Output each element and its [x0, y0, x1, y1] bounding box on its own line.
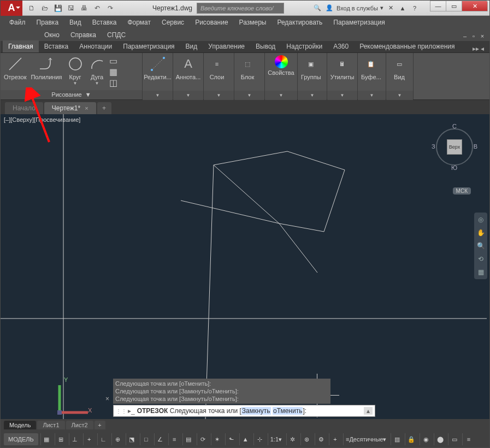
panel-draw-title[interactable]: Рисование ▼	[1, 90, 142, 99]
orbit-icon[interactable]: ⟲	[476, 254, 486, 264]
tab-model[interactable]: Модель	[4, 421, 36, 429]
close-tab-icon[interactable]: ×	[85, 102, 88, 114]
3dosnap-icon[interactable]: ✶	[211, 433, 223, 445]
new-tab-button[interactable]: +	[97, 102, 111, 114]
ribbon-more[interactable]: ▸▸ ◂	[469, 45, 487, 52]
circle-button[interactable]: Круг▼	[64, 54, 86, 89]
menu-modify[interactable]: Редактировать	[271, 17, 328, 28]
transparency-icon[interactable]: ▤	[182, 433, 194, 445]
tab-output[interactable]: Вывод	[250, 40, 281, 52]
isodraft-icon[interactable]: ⬔	[126, 433, 138, 445]
viewcube[interactable]: Верх С Ю В З	[433, 125, 476, 169]
polar-icon[interactable]: ⊕	[111, 433, 123, 445]
region-icon[interactable]: ◫	[109, 78, 121, 87]
layers-button[interactable]: ≡Слои	[205, 54, 229, 89]
mdi-restore[interactable]: ▫	[470, 32, 477, 40]
panel-modify-expand[interactable]: ▼	[143, 91, 173, 100]
tab-start[interactable]: Начало	[5, 102, 43, 114]
lockui-icon[interactable]: 🔒	[405, 433, 417, 445]
new-icon[interactable]: 🗋	[26, 2, 38, 14]
user-icon[interactable]: 👤	[324, 3, 334, 13]
tab-layout2[interactable]: Лист2	[66, 421, 93, 429]
arc-button[interactable]: Дуга▼	[86, 54, 108, 89]
quickprops-icon[interactable]: ▥	[391, 433, 403, 445]
tab-drawing[interactable]: Чертеж1*×	[44, 102, 96, 114]
hwaccel-icon[interactable]: ⬤	[434, 433, 446, 445]
cleanscreen-icon[interactable]: ▭	[448, 433, 460, 445]
menu-parametric[interactable]: Параметризация	[328, 17, 390, 28]
menu-edit[interactable]: Правка	[31, 17, 64, 28]
menu-insert[interactable]: Вставка	[87, 17, 122, 28]
a360-icon[interactable]: ▲	[398, 3, 408, 13]
filter-icon[interactable]: ▲	[239, 433, 251, 445]
menu-view[interactable]: Вид	[64, 17, 87, 28]
command-line[interactable]: ⋮⋮ ▸_ ОТРЕЗОК Следующая точка или [Замкн…	[113, 405, 375, 417]
saveas-icon[interactable]: 🖫	[65, 2, 77, 14]
drawing-canvas[interactable]: [–][Сверху][Просвечивание] X Y В	[1, 114, 489, 419]
print-icon[interactable]: 🖶	[78, 2, 90, 14]
snap-icon[interactable]: ⊞	[55, 433, 67, 445]
modelspace-button[interactable]: МОДЕЛЬ	[4, 433, 38, 445]
menu-help[interactable]: Справка	[65, 30, 102, 40]
utilities-button[interactable]: 🖩Утилиты	[328, 54, 356, 89]
customize-icon[interactable]: ≡	[462, 433, 474, 445]
view-button[interactable]: ▭Вид	[387, 54, 411, 89]
block-button[interactable]: ⬚Блок	[235, 54, 259, 89]
app-menu-icon[interactable]: A	[1, 1, 22, 16]
steering-wheel-icon[interactable]: ◎	[476, 215, 486, 225]
search-input[interactable]: Введите ключевое слово/фразу	[197, 3, 284, 14]
exchange-icon[interactable]: ✕	[386, 3, 395, 13]
tab-manage[interactable]: Управление	[203, 40, 250, 52]
tab-featured[interactable]: Рекомендованные приложения	[354, 40, 460, 52]
rectangle-icon[interactable]: ▭	[109, 56, 121, 66]
cycling-icon[interactable]: ⟳	[197, 433, 209, 445]
lineweight-icon[interactable]: ≡	[168, 433, 180, 445]
tab-view[interactable]: Вид	[180, 40, 203, 52]
signin-link[interactable]: Вход в службы	[336, 5, 378, 11]
tab-parametric[interactable]: Параметризация	[117, 40, 180, 52]
viewcube-face[interactable]: Верх	[447, 139, 462, 155]
infer-icon[interactable]: ⊥	[69, 433, 81, 445]
redo-icon[interactable]: ↷	[104, 2, 116, 14]
menu-window[interactable]: Окно	[39, 30, 65, 40]
clipboard-button[interactable]: 📋Буфе...	[359, 54, 383, 89]
workspace-icon[interactable]: ⚙	[315, 433, 327, 445]
ortho-icon[interactable]: ∟	[97, 433, 109, 445]
annoscale-button[interactable]: 1:1 ▾	[268, 433, 284, 445]
isolate-icon[interactable]: ◉	[420, 433, 432, 445]
menu-format[interactable]: Формат	[122, 17, 156, 28]
wcs-label[interactable]: МСК	[453, 187, 471, 194]
help-icon[interactable]: ?	[410, 3, 420, 13]
menu-file[interactable]: Файл	[4, 17, 31, 28]
hatch-icon[interactable]: ▦	[109, 67, 121, 76]
annotation-button[interactable]: AАннота...	[174, 54, 202, 89]
add-layout-button[interactable]: +	[95, 421, 105, 429]
signin-icon[interactable]: 🔍	[312, 3, 322, 13]
line-button[interactable]: Отрезок	[2, 54, 28, 89]
otrack-icon[interactable]: ∠	[154, 433, 166, 445]
units-button[interactable]: ≡ Десятичные ▾	[343, 433, 388, 445]
groups-button[interactable]: ▣Группы	[299, 54, 323, 89]
mdi-minimize[interactable]: –	[461, 32, 469, 40]
annomon-icon[interactable]: +	[329, 433, 341, 445]
grid-icon[interactable]: ▦	[40, 433, 52, 445]
tab-a360[interactable]: A360	[328, 40, 354, 52]
close-button[interactable]: ✕	[462, 1, 488, 11]
minimize-button[interactable]: —	[430, 1, 446, 11]
tab-home[interactable]: Главная	[3, 40, 39, 52]
mdi-close[interactable]: ×	[479, 32, 486, 40]
cmd-recent-icon[interactable]: ▴	[364, 407, 373, 415]
cmd-close-icon[interactable]: ×	[105, 395, 109, 403]
maximize-button[interactable]: ▭	[446, 1, 462, 11]
menu-spds[interactable]: СПДС	[102, 30, 131, 40]
menu-tools[interactable]: Сервис	[156, 17, 190, 28]
dynamic-ucs-icon[interactable]: ⬑	[225, 433, 237, 445]
properties-button[interactable]: Свойства	[266, 54, 296, 89]
pan-icon[interactable]: ✋	[476, 228, 486, 238]
dyninput-icon[interactable]: +	[83, 433, 95, 445]
tab-addins[interactable]: Надстройки	[281, 40, 328, 52]
zoom-icon[interactable]: 🔍	[476, 241, 486, 251]
tab-annotate[interactable]: Аннотации	[74, 40, 117, 52]
save-icon[interactable]: 💾	[52, 2, 64, 14]
osnap-icon[interactable]: □	[140, 433, 152, 445]
